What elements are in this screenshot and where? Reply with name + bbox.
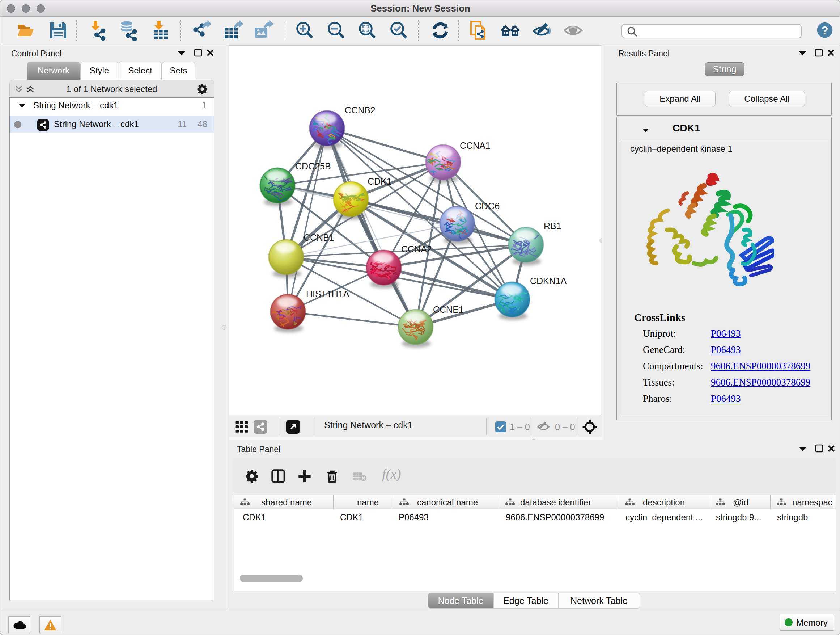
svg-text:RB1: RB1 xyxy=(544,221,561,231)
svg-text:CCNB1: CCNB1 xyxy=(303,233,334,242)
svg-text:CCNB2: CCNB2 xyxy=(345,105,376,115)
svg-text:CCNA2: CCNA2 xyxy=(401,244,432,254)
svg-text:CDC25B: CDC25B xyxy=(295,161,331,171)
svg-text:CCNE1: CCNE1 xyxy=(433,304,464,315)
svg-text:CCNA1: CCNA1 xyxy=(460,141,491,150)
svg-text:CDK1: CDK1 xyxy=(368,176,392,187)
svg-text:HIST1H1A: HIST1H1A xyxy=(306,289,349,299)
svg-text:CDKN1A: CDKN1A xyxy=(530,276,567,286)
svg-text:?: ? xyxy=(821,24,828,37)
svg-text:CDC6: CDC6 xyxy=(475,201,500,211)
